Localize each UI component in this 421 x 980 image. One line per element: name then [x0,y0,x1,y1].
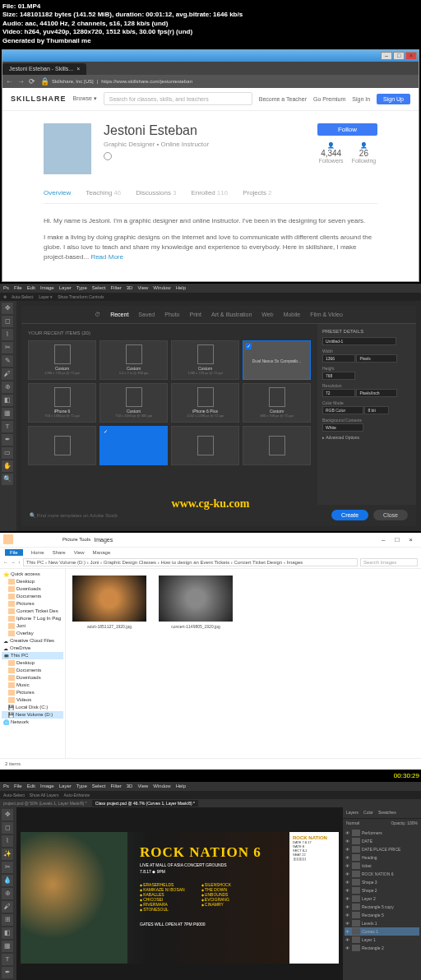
browser-tab[interactable]: Jestoni Esteban - Skills... × [2,63,86,75]
breadcrumb[interactable]: This PC › New Volume (D:) › Joni › Graph… [23,558,358,566]
move-tool-icon[interactable]: ✥ [2,303,13,314]
preset-item[interactable] [171,426,239,465]
unit-select[interactable]: Pixels [356,354,397,363]
tree-node[interactable]: Downloads [2,585,63,593]
move-icon[interactable]: ✥ [3,294,7,299]
nd-tab-web[interactable]: Web [261,312,273,317]
maximize-button[interactable]: □ [390,536,404,543]
tab-teaching[interactable]: Teaching46 [86,189,121,196]
layer-row[interactable]: 👁Rectangle 5 copy [345,903,419,911]
tree-node[interactable]: Desktop [2,659,63,667]
menu-item[interactable]: Layer [59,285,72,290]
tree-node[interactable]: Desktop [2,578,63,585]
advanced-toggle[interactable]: ▸ Advanced Options [322,435,411,440]
panel-tab[interactable]: Layers [346,810,359,815]
panel-tab[interactable]: Color [363,810,373,815]
close-button[interactable]: × [405,52,417,60]
search-input[interactable]: Search Images [360,558,418,566]
tab-overview[interactable]: Overview [44,189,71,196]
up-icon[interactable]: ↑ [18,560,21,565]
forward-icon[interactable]: → [17,77,25,86]
eyedropper-tool-icon[interactable]: 💧 [2,875,13,886]
globe-icon[interactable] [104,152,112,160]
layer-row[interactable]: 👁Heading [345,853,419,862]
search-input[interactable]: Search for classes, skills, and teachers [104,92,252,105]
nd-tab-art[interactable]: Art & Illustration [211,312,252,317]
eraser-tool-icon[interactable]: ◧ [2,395,13,406]
preset-item[interactable]: iPhone 6 Plus1242 x 2208 px @ 72 ppi [171,383,239,423]
layer-row[interactable]: 👁Shape 2 [345,886,419,894]
menu-item[interactable]: Ps [3,784,9,788]
tree-node[interactable]: Iphone 7 Log In Pag [2,615,63,622]
tree-node[interactable]: Pictures [2,600,63,608]
tree-node[interactable]: ⭐ Quick access [2,571,63,578]
tab-enrolled[interactable]: Enrolled116 [191,189,228,196]
become-teacher-link[interactable]: Become a Teacher [259,96,307,102]
brush-tool-icon[interactable]: 🖌 [2,901,13,913]
tree-node[interactable]: ☁ Creative Cloud Files [2,637,63,645]
close-button[interactable]: × [404,536,418,543]
crop-tool-icon[interactable]: ✂ [2,342,13,354]
tree-node[interactable]: Pictures [2,689,63,696]
preset-item-selected[interactable]: Dual Nexus 5x Compatib... [243,340,311,380]
tree-node[interactable]: 💻 This PC [2,652,63,659]
bg-select[interactable]: White [322,423,363,432]
menu-item[interactable]: Edit [27,784,35,788]
menu-item[interactable]: Image [40,285,54,290]
menu-item[interactable]: View [137,285,148,290]
minimize-button[interactable]: – [381,52,392,60]
type-tool-icon[interactable]: T [2,954,13,965]
nd-tab-film[interactable]: Film & Video [310,312,343,317]
menu-item[interactable]: 3D [127,285,133,290]
ribbon-tab[interactable]: File [5,549,23,556]
resolution-input[interactable]: 72 [322,389,355,397]
res-unit-select[interactable]: Pixels/Inch [356,389,397,397]
menu-item[interactable]: Help [176,784,186,788]
layer-row[interactable]: 👁Levels 1 [345,919,419,927]
layer-row[interactable]: 👁DATE PLACE PRICE [345,845,419,853]
nd-tab-saved[interactable]: Saved [138,312,155,317]
canvas[interactable]: ROCK NATION 6 LIVE AT MALL OF ASIA CONCE… [16,807,343,980]
layer-row[interactable]: 👁Layer 1 [345,936,419,944]
brush-tool-icon[interactable]: 🖌 [2,368,13,380]
hand-tool-icon[interactable]: ✋ [2,460,13,472]
forward-icon[interactable]: → [11,560,16,565]
pen-tool-icon[interactable]: ✒ [2,434,13,446]
lasso-tool-icon[interactable]: ⌇ [2,329,13,340]
gradient-tool-icon[interactable]: ▦ [2,408,13,419]
type-tool-icon[interactable]: T [2,421,13,432]
lasso-tool-icon[interactable]: ⌇ [2,835,13,847]
tab-close-icon[interactable]: × [76,66,80,72]
reload-icon[interactable]: ⟳ [29,77,37,86]
tree-node[interactable]: Overlay [2,630,63,637]
menu-item[interactable]: File [14,784,22,788]
tab-discussions[interactable]: Discussions3 [136,189,176,196]
menu-item[interactable]: Select [92,285,106,290]
preset-item[interactable]: Custom1280 x 720 px @ 72 ppi [28,340,96,380]
menu-item[interactable]: Filter [110,784,121,788]
read-more-link[interactable]: Read More [90,253,123,261]
tree-node[interactable]: 💾 New Volume (D:) [2,711,63,719]
eraser-tool-icon[interactable]: ◧ [2,927,13,939]
back-icon[interactable]: ← [3,560,8,565]
stamp-tool-icon[interactable]: ⊕ [2,381,13,393]
color-mode-select[interactable]: RGB Color [322,406,363,414]
template-search[interactable]: 🔍 Find more templates on Adobe Stock [30,512,326,518]
minimize-button[interactable]: – [377,536,390,543]
layer-row[interactable]: 👁Rectangle 5 [345,911,419,919]
tree-node[interactable]: Documents [2,667,63,674]
menu-item[interactable]: Edit [27,285,35,290]
width-input[interactable]: 1366 [322,354,355,363]
height-input[interactable]: 768 [322,372,355,380]
menu-item[interactable]: Layer [59,784,72,788]
sign-up-button[interactable]: Sign Up [377,94,410,104]
zoom-tool-icon[interactable]: 🔍 [2,474,13,485]
url-text[interactable]: https://www.skillshare.com/jestoniesteba… [101,79,192,84]
follow-button[interactable]: Follow [317,123,377,136]
menu-item[interactable]: Window [153,784,170,788]
menu-item[interactable]: Filter [110,285,121,290]
nd-tab-recent[interactable]: Recent [110,312,128,317]
eyedropper-tool-icon[interactable]: ✎ [2,355,13,367]
preset-item[interactable] [99,426,168,465]
heal-tool-icon[interactable]: ⊕ [2,888,13,899]
